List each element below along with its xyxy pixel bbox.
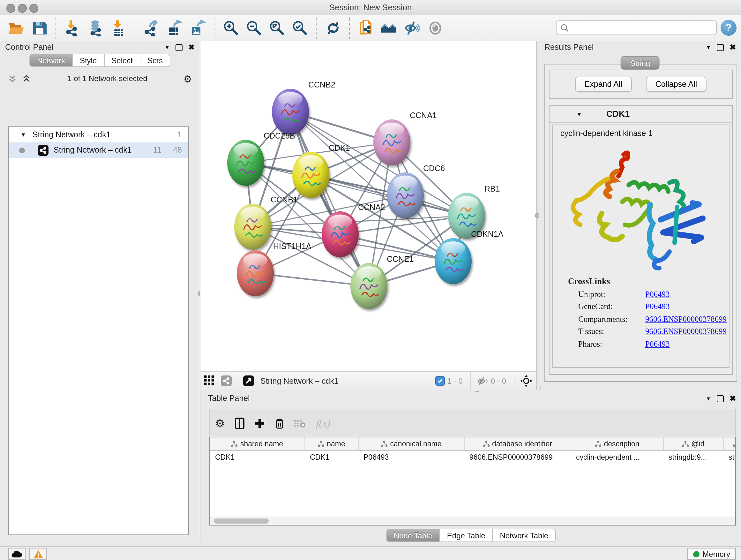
panel-menu-icon[interactable]: ▼ (706, 44, 711, 50)
import-network-icon[interactable] (63, 18, 82, 38)
table-cell[interactable]: 9606.ENSP00000378699 (464, 450, 571, 463)
gear-icon[interactable]: ⚙ (184, 74, 192, 83)
collapse-all-button[interactable]: Collapse All (646, 77, 707, 92)
network-node-CCNA1[interactable]: CCNA1 (374, 111, 437, 165)
panel-float-icon[interactable] (717, 395, 724, 402)
expand-all-button[interactable]: Expand All (575, 77, 632, 92)
selected-checkbox-icon[interactable] (435, 376, 445, 386)
birds-eye-icon[interactable] (520, 375, 532, 387)
cloud-status-icon[interactable] (8, 548, 25, 560)
import-database-icon[interactable] (86, 18, 105, 38)
network-row-selected[interactable]: String Network – cdk1 11 48 (9, 142, 188, 158)
share-document-icon[interactable] (357, 18, 376, 38)
network-node-CDK1[interactable]: CDK1 (292, 143, 350, 198)
panel-menu-icon[interactable]: ▼ (165, 44, 170, 50)
node-table: shared namenamecanonical namedatabase id… (209, 437, 736, 525)
network-collection-row[interactable]: ▼ String Network – cdk1 1 (9, 127, 188, 142)
zoom-fit-icon[interactable] (267, 18, 286, 38)
network-node-HIST1H1A[interactable]: HIST1H1A (237, 242, 312, 296)
tree-expand-icon[interactable]: ▼ (20, 132, 26, 138)
grid-view-icon[interactable] (204, 375, 215, 386)
cdk1-section-header[interactable]: ▼ CDK1 (549, 106, 732, 123)
table-cell[interactable]: stringdb:9... (664, 450, 724, 463)
tab-network-table[interactable]: Network Table (493, 529, 556, 542)
tab-style[interactable]: Style (73, 54, 105, 67)
column-header-at-id[interactable]: @id (664, 437, 724, 450)
network-node-CCNE1[interactable]: CCNE1 (350, 254, 414, 309)
table-settings-icon[interactable]: ⚙ (215, 419, 225, 428)
export-table-icon[interactable] (165, 18, 185, 38)
network-canvas[interactable]: CCNB2CCNA1CDC25BCDK1CDC6RB1CCNB1CCNA2CDK… (200, 41, 536, 371)
crosslink-row: Pharos:P06493 (578, 339, 729, 349)
column-header-name[interactable]: name (305, 437, 358, 450)
crosslink-value-link[interactable]: 9606.ENSP00000378699 (645, 314, 727, 324)
show-panel-icon[interactable] (426, 18, 445, 38)
column-header-description[interactable]: description (571, 437, 664, 450)
cdk1-section: ▼ CDK1 cyclin-dependent kinase 1 (549, 105, 733, 375)
tab-string[interactable]: String (621, 56, 660, 70)
table-cell[interactable]: stringdb (724, 450, 736, 463)
import-table-icon[interactable] (109, 18, 128, 38)
horizontal-scrollbar[interactable] (210, 516, 735, 525)
help-icon[interactable]: ? (721, 20, 737, 36)
crosslink-row: Compartments:9606.ENSP00000378699 (578, 314, 729, 324)
search-input[interactable] (572, 23, 712, 33)
search-field[interactable] (556, 20, 717, 35)
toolbar-separator (349, 17, 350, 39)
node-label-CDKN1A: CDKN1A (471, 230, 503, 239)
panel-close-icon[interactable]: ✖ (730, 44, 736, 50)
network-label: String Network – cdk1 (54, 145, 132, 154)
collapse-all-icon[interactable] (8, 74, 17, 83)
refresh-layout-icon[interactable] (324, 18, 343, 38)
node-table-grid[interactable]: shared namenamecanonical namedatabase id… (210, 437, 736, 463)
crosslink-label: Compartments: (578, 314, 645, 324)
zoom-out-icon[interactable] (245, 18, 264, 38)
tab-node-table[interactable]: Node Table (386, 529, 440, 542)
section-collapse-icon[interactable]: ▼ (576, 111, 582, 117)
open-session-icon[interactable] (7, 18, 26, 38)
network-overview-icon[interactable] (380, 18, 399, 38)
panel-menu-icon[interactable]: ▼ (706, 395, 711, 401)
column-header-database-identifier[interactable]: database identifier (464, 437, 571, 450)
network-edge[interactable] (290, 112, 369, 286)
node-label-CCNE1: CCNE1 (387, 254, 414, 263)
save-session-icon[interactable] (30, 18, 49, 38)
select-columns-icon[interactable] (235, 418, 245, 429)
panel-close-icon[interactable]: ✖ (188, 44, 195, 50)
hide-panel-icon[interactable] (403, 18, 422, 38)
warning-icon[interactable] (29, 548, 47, 560)
crosslink-value-link[interactable]: P06493 (645, 302, 670, 312)
table-cell[interactable]: P06493 (358, 450, 464, 463)
crosslink-value-link[interactable]: 9606.ENSP00000378699 (645, 327, 727, 336)
memory-button[interactable]: Memory (687, 548, 736, 560)
column-header-namespace[interactable]: namespace (724, 437, 736, 450)
export-network-icon[interactable] (142, 18, 161, 38)
titlebar: Session: New Session (0, 0, 741, 15)
panel-close-icon[interactable]: ✖ (730, 395, 736, 401)
scrollbar-thumb[interactable] (214, 518, 269, 523)
tab-network[interactable]: Network (29, 54, 73, 67)
add-column-icon[interactable] (255, 418, 265, 428)
table-cell[interactable]: cyclin-dependent ... (571, 450, 664, 463)
table-cell[interactable]: CDK1 (210, 450, 305, 463)
column-header-shared-name[interactable]: shared name (210, 437, 305, 450)
open-view-icon[interactable] (243, 375, 254, 386)
network-node-CDC6[interactable]: CDC6 (387, 164, 445, 219)
panel-float-icon[interactable] (717, 44, 724, 51)
column-header-canonical-name[interactable]: canonical name (358, 437, 464, 450)
table-row[interactable]: CDK1CDK1P064939606.ENSP00000378699cyclin… (210, 450, 736, 463)
crosslink-label: Uniprot: (578, 290, 645, 299)
expand-all-icon[interactable] (22, 74, 31, 83)
zoom-in-icon[interactable] (221, 18, 241, 38)
zoom-selected-icon[interactable] (290, 18, 310, 38)
tab-edge-table[interactable]: Edge Table (440, 529, 493, 542)
tab-sets[interactable]: Sets (140, 54, 171, 67)
delete-column-icon[interactable] (275, 418, 284, 429)
export-image-icon[interactable] (188, 18, 207, 38)
crosslink-value-link[interactable]: P06493 (645, 290, 670, 299)
network-node-CCNB2[interactable]: CCNB2 (272, 80, 335, 135)
panel-float-icon[interactable] (176, 44, 183, 51)
table-cell[interactable]: CDK1 (305, 450, 358, 463)
tab-select[interactable]: Select (105, 54, 140, 67)
crosslink-value-link[interactable]: P06493 (645, 339, 670, 349)
